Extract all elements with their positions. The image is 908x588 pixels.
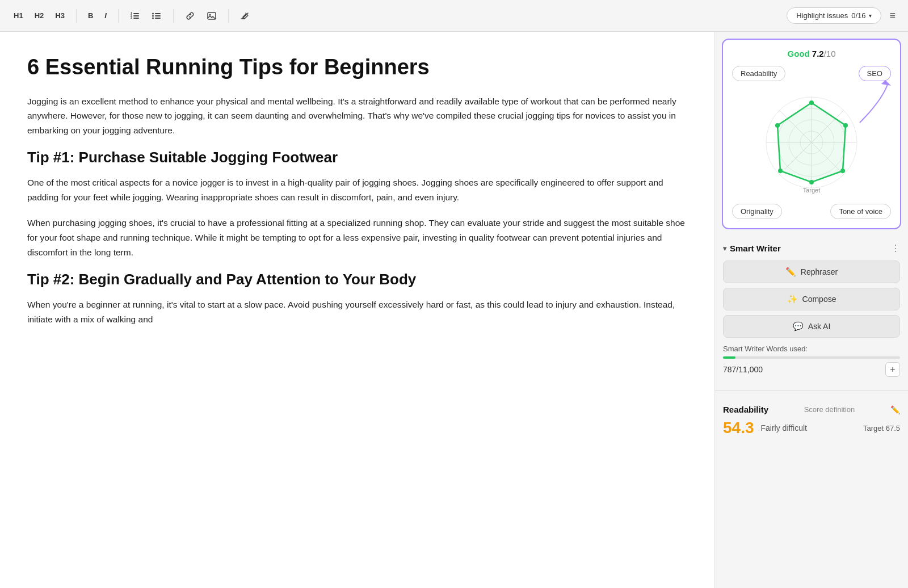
article-title: 6 Essential Running Tips for Beginners bbox=[27, 54, 687, 81]
tone-of-voice-tab[interactable]: Tone of voice bbox=[830, 204, 891, 219]
svg-point-11 bbox=[152, 17, 154, 19]
smart-writer-header: ▾ Smart Writer ⋮ bbox=[723, 243, 900, 254]
smart-writer-info-button[interactable]: ⋮ bbox=[891, 243, 900, 254]
ask-ai-button[interactable]: 💬 Ask AI bbox=[723, 315, 900, 338]
section-divider bbox=[715, 390, 908, 391]
h3-button[interactable]: H3 bbox=[51, 8, 69, 23]
score-card: Good 7.2 Good 7.2/10 Readability SEO bbox=[722, 39, 901, 229]
svg-rect-8 bbox=[155, 18, 161, 19]
svg-point-27 bbox=[809, 180, 814, 184]
svg-rect-7 bbox=[155, 15, 161, 16]
tip1-paragraph-1: One of the most critical aspects for a n… bbox=[27, 175, 687, 204]
radar-chart-container: Target bbox=[755, 86, 868, 199]
highlight-count: 0/16 bbox=[851, 11, 865, 20]
svg-point-28 bbox=[778, 169, 783, 173]
highlight-issues-button[interactable]: Highlight issues 0/16 ▾ bbox=[787, 7, 881, 24]
h1-button[interactable]: H1 bbox=[9, 8, 28, 23]
insert-buttons bbox=[180, 7, 221, 24]
readability-header: Readability Score definition ✏️ bbox=[723, 405, 900, 414]
clear-format-icon bbox=[240, 11, 250, 21]
svg-point-24 bbox=[809, 100, 814, 105]
chevron-down-icon: ▾ bbox=[869, 12, 872, 19]
svg-text:3: 3 bbox=[131, 16, 132, 19]
ask-ai-label: Ask AI bbox=[808, 322, 831, 331]
svg-point-13 bbox=[209, 14, 211, 15]
readability-tab[interactable]: Readability bbox=[732, 66, 785, 81]
score-definition-link[interactable]: Score definition bbox=[804, 405, 855, 414]
readability-score-row: 54.3 Fairly difficult Target 67.5 bbox=[723, 419, 900, 437]
readability-score-label: Fairly difficult bbox=[761, 423, 807, 432]
main-layout: 6 Essential Running Tips for Beginners J… bbox=[0, 32, 908, 588]
separator-2 bbox=[118, 9, 119, 23]
list-buttons: 1 2 3 bbox=[125, 7, 166, 24]
readability-target: Target 67.5 bbox=[863, 424, 900, 432]
originality-tab[interactable]: Originality bbox=[732, 204, 782, 219]
svg-marker-31 bbox=[881, 80, 891, 86]
smart-writer-title: ▾ Smart Writer bbox=[723, 243, 781, 253]
separator-1 bbox=[76, 9, 77, 23]
score-bottom-tabs: Originality Tone of voice bbox=[732, 204, 891, 219]
menu-button[interactable]: ≡ bbox=[886, 6, 899, 25]
svg-point-26 bbox=[840, 169, 845, 173]
smart-writer-label: Smart Writer bbox=[730, 243, 781, 253]
heading-buttons: H1 H2 H3 bbox=[9, 8, 69, 23]
ordered-list-icon: 1 2 3 bbox=[130, 11, 140, 21]
italic-button[interactable]: I bbox=[100, 8, 111, 23]
tip2-paragraph-1: When you're a beginner at running, it's … bbox=[27, 297, 687, 326]
image-button[interactable] bbox=[202, 7, 221, 24]
tip1-paragraph-2: When purchasing jogging shoes, it's cruc… bbox=[27, 216, 687, 259]
image-icon bbox=[207, 11, 217, 21]
clear-format-button[interactable] bbox=[236, 7, 255, 24]
link-button[interactable] bbox=[180, 7, 200, 24]
svg-rect-0 bbox=[133, 13, 139, 14]
svg-rect-1 bbox=[133, 15, 139, 16]
words-count-row: 787/11,000 + bbox=[723, 362, 900, 377]
intro-paragraph: Jogging is an excellent method to enhanc… bbox=[27, 94, 687, 138]
svg-rect-2 bbox=[133, 18, 139, 19]
svg-rect-6 bbox=[155, 13, 161, 14]
tip2-heading: Tip #2: Begin Gradually and Pay Attentio… bbox=[27, 271, 687, 288]
words-progress-bar bbox=[723, 356, 900, 359]
words-used-label: Smart Writer Words used: bbox=[723, 345, 900, 353]
separator-3 bbox=[173, 9, 174, 23]
highlight-label: Highlight issues bbox=[796, 11, 848, 20]
sidebar: Good 7.2 Good 7.2/10 Readability SEO bbox=[715, 32, 908, 588]
chevron-icon: ▾ bbox=[723, 245, 726, 253]
ordered-list-button[interactable]: 1 2 3 bbox=[125, 7, 145, 24]
compose-button[interactable]: ✨ Compose bbox=[723, 288, 900, 310]
words-progress-fill bbox=[723, 356, 735, 359]
score-display: Good 7.2/10 bbox=[787, 49, 835, 58]
add-words-button[interactable]: + bbox=[885, 362, 900, 377]
h2-button[interactable]: H2 bbox=[30, 8, 49, 23]
svg-text:Target: Target bbox=[803, 187, 821, 194]
readability-section: Readability Score definition ✏️ 54.3 Fai… bbox=[715, 398, 908, 444]
svg-point-25 bbox=[843, 123, 848, 128]
rephraser-label: Rephraser bbox=[801, 267, 838, 276]
compose-label: Compose bbox=[802, 295, 836, 304]
svg-point-9 bbox=[152, 12, 154, 14]
link-icon bbox=[185, 11, 195, 21]
seo-arrow-annotation bbox=[848, 77, 899, 128]
words-count: 787/11,000 bbox=[723, 365, 763, 374]
toolbar: H1 H2 H3 B I 1 2 3 bbox=[0, 0, 908, 32]
edit-icon[interactable]: ✏️ bbox=[890, 405, 900, 414]
ask-ai-icon: 💬 bbox=[793, 321, 804, 331]
rephraser-button[interactable]: ✏️ Rephraser bbox=[723, 261, 900, 283]
unordered-list-icon bbox=[152, 11, 162, 21]
format-buttons: B I bbox=[83, 8, 111, 23]
separator-4 bbox=[228, 9, 229, 23]
readability-score-number: 54.3 bbox=[723, 419, 754, 437]
score-header: Good 7.2 Good 7.2/10 bbox=[732, 49, 891, 59]
unordered-list-button[interactable] bbox=[147, 7, 166, 24]
svg-marker-23 bbox=[777, 103, 846, 182]
rephraser-icon: ✏️ bbox=[785, 267, 796, 277]
svg-point-29 bbox=[775, 123, 780, 128]
compose-icon: ✨ bbox=[787, 294, 798, 304]
bold-button[interactable]: B bbox=[83, 8, 98, 23]
smart-writer-section: ▾ Smart Writer ⋮ ✏️ Rephraser ✨ Compose … bbox=[715, 236, 908, 384]
readability-title: Readability bbox=[723, 405, 768, 414]
editor-area[interactable]: 6 Essential Running Tips for Beginners J… bbox=[0, 32, 715, 588]
svg-point-10 bbox=[152, 15, 154, 16]
tip1-heading: Tip #1: Purchase Suitable Jogging Footwe… bbox=[27, 149, 687, 166]
